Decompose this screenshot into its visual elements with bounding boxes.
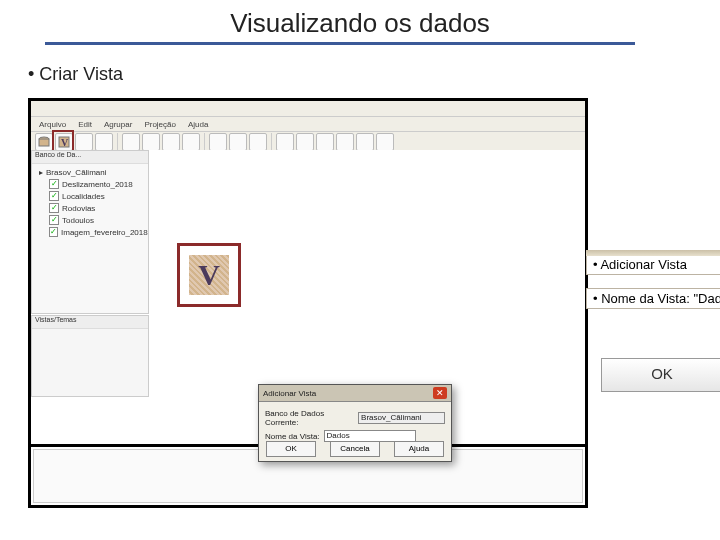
field-label: Banco de Dados Corrente: xyxy=(265,409,354,427)
view-icon-letter: V xyxy=(189,255,229,295)
tree-item[interactable]: ✓Deslizamento_2018 xyxy=(49,179,145,189)
toolbar-button[interactable] xyxy=(95,133,113,151)
db-name-readonly: Brasov_Călimani xyxy=(358,412,445,424)
dialog-title-text: Adicionar Vista xyxy=(263,389,316,398)
check-icon: ✓ xyxy=(49,227,58,237)
toolbar-button[interactable] xyxy=(296,133,314,151)
dialog-help-button[interactable]: Ajuda xyxy=(394,441,444,457)
sidebar-database-panel: Banco de Da... ▸ Brasov_Călimani ✓Desliz… xyxy=(31,150,149,314)
dialog-body: Banco de Dados Corrente: Brasov_Călimani… xyxy=(259,402,451,446)
menu-item[interactable]: Ajuda xyxy=(188,120,208,129)
menu-item[interactable]: Edit xyxy=(78,120,92,129)
toolbar-separator xyxy=(271,133,272,151)
toolbar-button[interactable] xyxy=(162,133,180,151)
tree-item[interactable]: ✓Todoulos xyxy=(49,215,145,225)
tree-label: Deslizamento_2018 xyxy=(62,180,133,189)
field-label: Nome da Vista: xyxy=(265,432,320,441)
title-underline xyxy=(45,42,635,45)
toolbar-button[interactable] xyxy=(316,133,334,151)
tree-label: Rodovias xyxy=(62,204,95,213)
layer-tree: ▸ Brasov_Călimani ✓Deslizamento_2018 ✓Lo… xyxy=(32,164,148,241)
toolbar-button[interactable] xyxy=(356,133,374,151)
toolbar-button[interactable] xyxy=(75,133,93,151)
dialog-cancel-button[interactable]: Cancela xyxy=(330,441,380,457)
menu-item[interactable]: Arquivo xyxy=(39,120,66,129)
callout-add-view: • Adicionar Vista xyxy=(586,250,720,275)
ok-button[interactable]: OK xyxy=(601,358,720,392)
app-screenshot-frame: Arquivo Edit Agrupar Projeção Ajuda V xyxy=(28,98,588,508)
tree-label: Imagem_fevereiro_2018 xyxy=(61,228,148,237)
check-icon: ✓ xyxy=(49,203,59,213)
tree-item[interactable]: ✓Localidades xyxy=(49,191,145,201)
svg-rect-1 xyxy=(39,139,49,146)
toolbar-button[interactable] xyxy=(209,133,227,151)
toolbar-button[interactable] xyxy=(376,133,394,151)
folder-icon: ▸ xyxy=(39,168,43,177)
tree-item[interactable]: ✓Imagem_fevereiro_2018 xyxy=(49,227,145,237)
toolbar-separator xyxy=(204,133,205,151)
check-icon: ✓ xyxy=(49,191,59,201)
tree-label: Localidades xyxy=(62,192,105,201)
sidebar-views-header: Vistas/Temas xyxy=(32,316,148,329)
dialog-ok-button[interactable]: OK xyxy=(266,441,316,457)
svg-text:V: V xyxy=(61,137,69,148)
app-titlebar xyxy=(31,101,585,117)
callout-view-name: • Nome da Vista: "Dados" xyxy=(586,288,720,309)
toolbar-add-view-icon[interactable]: V xyxy=(55,133,73,151)
toolbar-button[interactable] xyxy=(229,133,247,151)
toolbar-database-icon[interactable] xyxy=(35,133,53,151)
check-icon: ✓ xyxy=(49,215,59,225)
callout-view-icon-enlarged: V xyxy=(177,243,241,307)
toolbar-button[interactable] xyxy=(336,133,354,151)
dialog-db-row: Banco de Dados Corrente: Brasov_Călimani xyxy=(265,409,445,427)
tree-item[interactable]: ✓Rodovias xyxy=(49,203,145,213)
sidebar-views-panel: Vistas/Temas xyxy=(31,315,149,397)
sidebar-header: Banco de Da... xyxy=(32,151,148,164)
dialog-button-bar: OK Cancela Ajuda xyxy=(259,441,451,457)
toolbar-button[interactable] xyxy=(142,133,160,151)
menu-item[interactable]: Projeção xyxy=(144,120,176,129)
toolbar-button[interactable] xyxy=(276,133,294,151)
tree-label: Brasov_Călimani xyxy=(46,168,106,177)
slide-bullet: • Criar Vista xyxy=(28,64,123,85)
tree-root[interactable]: ▸ Brasov_Călimani xyxy=(39,168,145,177)
close-icon[interactable]: ✕ xyxy=(433,387,447,399)
toolbar-separator xyxy=(117,133,118,151)
slide-title: Visualizando os dados xyxy=(0,8,720,39)
check-icon: ✓ xyxy=(49,179,59,189)
toolbar-button[interactable] xyxy=(182,133,200,151)
toolbar-button[interactable] xyxy=(122,133,140,151)
menu-item[interactable]: Agrupar xyxy=(104,120,132,129)
add-view-dialog: Adicionar Vista ✕ Banco de Dados Corrent… xyxy=(258,384,452,462)
toolbar-button[interactable] xyxy=(249,133,267,151)
dialog-titlebar: Adicionar Vista ✕ xyxy=(259,385,451,402)
tree-label: Todoulos xyxy=(62,216,94,225)
app-menubar: Arquivo Edit Agrupar Projeção Ajuda xyxy=(31,117,585,132)
